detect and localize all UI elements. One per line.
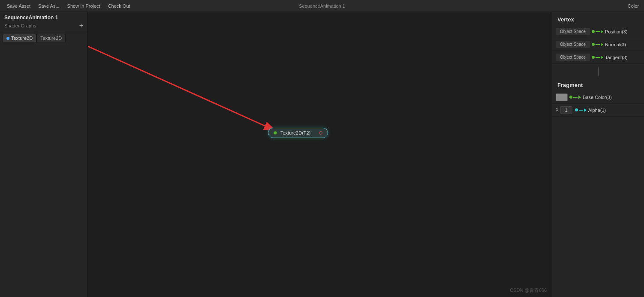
node-input-dot: [274, 131, 277, 135]
node-label: Texture2D(T2): [280, 130, 310, 135]
save-asset-button[interactable]: Save Asset: [3, 3, 34, 9]
node-output-dot: [319, 131, 322, 135]
fragment-section-header: Fragment: [552, 78, 644, 91]
basecolor-connector: [569, 96, 581, 99]
main-layout: SequenceAnimation 1 Shader Graphs + Text…: [0, 12, 644, 297]
window-title: SequenceAnimation 1: [299, 3, 345, 9]
panel-title: SequenceAnimation 1: [4, 15, 83, 21]
svg-line-1: [88, 46, 277, 131]
color-label: Color: [628, 3, 639, 9]
alpha-x-input: X 1: [556, 106, 572, 114]
conn-arrow-tangent: [601, 56, 603, 59]
conn-line-tangent: [596, 57, 600, 58]
normal-space-label[interactable]: Object Space: [556, 41, 590, 48]
tab-dot-1: [6, 37, 9, 40]
tab-label-1: Texture2D: [11, 36, 33, 41]
conn-dot-normal: [592, 43, 595, 46]
position-connector: [592, 30, 603, 33]
vertex-prop-position: Object Space Position(3): [552, 25, 644, 38]
base-color-swatch[interactable]: [556, 93, 568, 101]
conn-arrow-normal: [601, 43, 603, 46]
alpha-prop-name: Alpha(1): [588, 108, 644, 113]
conn-arrow-position: [601, 30, 603, 33]
show-in-project-button[interactable]: Show In Project: [64, 3, 104, 9]
vertex-prop-normal: Object Space Normal(3): [552, 38, 644, 51]
divider-line: [598, 67, 599, 76]
tangent-prop-name: Tangent(3): [605, 55, 644, 60]
save-as-button[interactable]: Save As...: [35, 3, 63, 9]
section-divider: [552, 64, 644, 78]
fragment-section: Fragment Base Color(3) X 1: [552, 78, 644, 117]
toolbar-actions: Save Asset Save As... Show In Project Ch…: [3, 3, 134, 9]
shader-graphs-label: Shader Graphs: [4, 23, 36, 28]
conn-dot-basecolor: [569, 96, 572, 99]
conn-dot-position: [592, 30, 595, 33]
arrow-annotation: [88, 12, 552, 297]
fragment-prop-basecolor: Base Color(3): [552, 91, 644, 104]
conn-arrow-basecolor: [578, 96, 581, 99]
fragment-prop-alpha: X 1 Alpha(1): [552, 104, 644, 117]
alpha-connector: [575, 108, 587, 112]
canvas-area[interactable]: Texture2D(T2) CSDN @青春666: [88, 12, 552, 297]
tab-label-2: Texture2D: [40, 36, 62, 41]
position-prop-name: Position(3): [605, 29, 644, 34]
x-value[interactable]: 1: [560, 106, 572, 114]
conn-dot-tangent: [592, 56, 595, 59]
texture2d-node[interactable]: Texture2D(T2): [268, 128, 328, 138]
conn-dot-alpha: [575, 108, 578, 111]
check-out-button[interactable]: Check Out: [105, 3, 134, 9]
tab-texture2d-2[interactable]: Texture2D: [36, 34, 66, 42]
basecolor-prop-name: Base Color(3): [583, 95, 644, 100]
panel-subtitle: Shader Graphs +: [4, 22, 83, 29]
x-label: X: [556, 108, 559, 112]
add-shader-button[interactable]: +: [79, 22, 83, 29]
watermark: CSDN @青春666: [510, 287, 547, 294]
conn-line-basecolor: [573, 97, 578, 98]
normal-connector: [592, 43, 603, 46]
conn-line-normal: [596, 44, 600, 45]
panel-header: SequenceAnimation 1 Shader Graphs +: [0, 12, 87, 31]
conn-line-alpha: [579, 110, 583, 111]
tangent-space-label[interactable]: Object Space: [556, 54, 590, 61]
tabs: Texture2D Texture2D: [0, 31, 87, 42]
vertex-prop-tangent: Object Space Tangent(3): [552, 51, 644, 64]
position-space-label[interactable]: Object Space: [556, 28, 590, 35]
conn-line-position: [596, 31, 600, 32]
tab-texture2d-1[interactable]: Texture2D: [3, 34, 36, 42]
topbar: Save Asset Save As... Show In Project Ch…: [0, 0, 644, 12]
conn-arrow-alpha: [584, 108, 587, 112]
vertex-section-header: Vertex: [552, 12, 644, 25]
tangent-connector: [592, 56, 603, 59]
left-panel: SequenceAnimation 1 Shader Graphs + Text…: [0, 12, 88, 297]
right-panel: Vertex Object Space Position(3) Object S…: [552, 12, 644, 297]
normal-prop-name: Normal(3): [605, 42, 644, 47]
